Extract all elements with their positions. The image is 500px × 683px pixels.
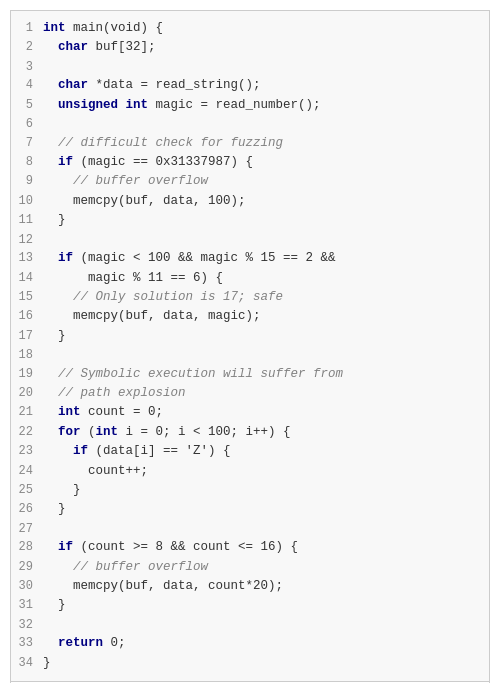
line-number: 10 bbox=[15, 192, 43, 211]
line-content: for (int i = 0; i < 100; i++) { bbox=[43, 423, 485, 442]
code-line: 3 bbox=[11, 58, 489, 77]
code-line: 22 for (int i = 0; i < 100; i++) { bbox=[11, 423, 489, 442]
line-content: if (count >= 8 && count <= 16) { bbox=[43, 538, 485, 557]
line-content: } bbox=[43, 500, 485, 519]
code-line: 25 } bbox=[11, 481, 489, 500]
code-line: 7 // difficult check for fuzzing bbox=[11, 134, 489, 153]
line-content: // difficult check for fuzzing bbox=[43, 134, 485, 153]
line-number: 33 bbox=[15, 634, 43, 653]
line-number: 8 bbox=[15, 153, 43, 172]
line-number: 4 bbox=[15, 76, 43, 95]
line-number: 23 bbox=[15, 442, 43, 461]
line-content: if (magic == 0x31337987) { bbox=[43, 153, 485, 172]
line-number: 34 bbox=[15, 654, 43, 673]
line-number: 28 bbox=[15, 538, 43, 557]
code-line: 18 bbox=[11, 346, 489, 365]
line-content: unsigned int magic = read_number(); bbox=[43, 96, 485, 115]
code-line: 33 return 0; bbox=[11, 634, 489, 653]
line-content: // buffer overflow bbox=[43, 172, 485, 191]
line-number: 13 bbox=[15, 249, 43, 268]
line-number: 18 bbox=[15, 346, 43, 365]
line-content: memcpy(buf, data, magic); bbox=[43, 307, 485, 326]
code-line: 12 bbox=[11, 231, 489, 250]
code-block: 1int main(void) {2 char buf[32];34 char … bbox=[11, 11, 489, 682]
code-line: 28 if (count >= 8 && count <= 16) { bbox=[11, 538, 489, 557]
line-number: 22 bbox=[15, 423, 43, 442]
line-content: if (magic < 100 && magic % 15 == 2 && bbox=[43, 249, 485, 268]
code-line: 15 // Only solution is 17; safe bbox=[11, 288, 489, 307]
code-line: 26 } bbox=[11, 500, 489, 519]
line-content: char buf[32]; bbox=[43, 38, 485, 57]
code-line: 8 if (magic == 0x31337987) { bbox=[11, 153, 489, 172]
line-content: // Symbolic execution will suffer from bbox=[43, 365, 485, 384]
line-number: 24 bbox=[15, 462, 43, 481]
code-line: 24 count++; bbox=[11, 462, 489, 481]
line-number: 14 bbox=[15, 269, 43, 288]
line-number: 31 bbox=[15, 596, 43, 615]
code-listing: 1int main(void) {2 char buf[32];34 char … bbox=[10, 10, 490, 683]
line-content: memcpy(buf, data, count*20); bbox=[43, 577, 485, 596]
line-number: 29 bbox=[15, 558, 43, 577]
code-line: 10 memcpy(buf, data, 100); bbox=[11, 192, 489, 211]
line-number: 11 bbox=[15, 211, 43, 230]
code-line: 27 bbox=[11, 520, 489, 539]
line-number: 26 bbox=[15, 500, 43, 519]
code-line: 31 } bbox=[11, 596, 489, 615]
code-line: 23 if (data[i] == 'Z') { bbox=[11, 442, 489, 461]
code-line: 30 memcpy(buf, data, count*20); bbox=[11, 577, 489, 596]
code-line: 17 } bbox=[11, 327, 489, 346]
line-number: 30 bbox=[15, 577, 43, 596]
line-content: int count = 0; bbox=[43, 403, 485, 422]
line-content: // buffer overflow bbox=[43, 558, 485, 577]
code-line: 29 // buffer overflow bbox=[11, 558, 489, 577]
code-line: 2 char buf[32]; bbox=[11, 38, 489, 57]
line-number: 6 bbox=[15, 115, 43, 134]
line-number: 16 bbox=[15, 307, 43, 326]
line-content: } bbox=[43, 481, 485, 500]
code-line: 19 // Symbolic execution will suffer fro… bbox=[11, 365, 489, 384]
code-line: 20 // path explosion bbox=[11, 384, 489, 403]
line-number: 17 bbox=[15, 327, 43, 346]
line-number: 21 bbox=[15, 403, 43, 422]
line-number: 1 bbox=[15, 19, 43, 38]
line-content: memcpy(buf, data, 100); bbox=[43, 192, 485, 211]
code-line: 13 if (magic < 100 && magic % 15 == 2 && bbox=[11, 249, 489, 268]
line-content: int main(void) { bbox=[43, 19, 485, 38]
code-line: 34} bbox=[11, 654, 489, 673]
code-line: 16 memcpy(buf, data, magic); bbox=[11, 307, 489, 326]
line-number: 2 bbox=[15, 38, 43, 57]
line-content: } bbox=[43, 654, 485, 673]
line-number: 20 bbox=[15, 384, 43, 403]
line-number: 25 bbox=[15, 481, 43, 500]
line-content: char *data = read_string(); bbox=[43, 76, 485, 95]
line-number: 27 bbox=[15, 520, 43, 539]
code-line: 32 bbox=[11, 616, 489, 635]
line-content: } bbox=[43, 327, 485, 346]
line-content: if (data[i] == 'Z') { bbox=[43, 442, 485, 461]
code-line: 21 int count = 0; bbox=[11, 403, 489, 422]
code-line: 14 magic % 11 == 6) { bbox=[11, 269, 489, 288]
line-content: } bbox=[43, 211, 485, 230]
line-number: 3 bbox=[15, 58, 43, 77]
line-number: 12 bbox=[15, 231, 43, 250]
line-content: magic % 11 == 6) { bbox=[43, 269, 485, 288]
code-line: 5 unsigned int magic = read_number(); bbox=[11, 96, 489, 115]
line-number: 32 bbox=[15, 616, 43, 635]
line-content: return 0; bbox=[43, 634, 485, 653]
code-line: 6 bbox=[11, 115, 489, 134]
line-number: 9 bbox=[15, 172, 43, 191]
line-content: } bbox=[43, 596, 485, 615]
code-line: 11 } bbox=[11, 211, 489, 230]
line-content: // path explosion bbox=[43, 384, 485, 403]
code-line: 4 char *data = read_string(); bbox=[11, 76, 489, 95]
line-number: 19 bbox=[15, 365, 43, 384]
code-line: 9 // buffer overflow bbox=[11, 172, 489, 191]
line-number: 5 bbox=[15, 96, 43, 115]
line-content: // Only solution is 17; safe bbox=[43, 288, 485, 307]
line-content: count++; bbox=[43, 462, 485, 481]
line-number: 7 bbox=[15, 134, 43, 153]
line-number: 15 bbox=[15, 288, 43, 307]
code-line: 1int main(void) { bbox=[11, 19, 489, 38]
